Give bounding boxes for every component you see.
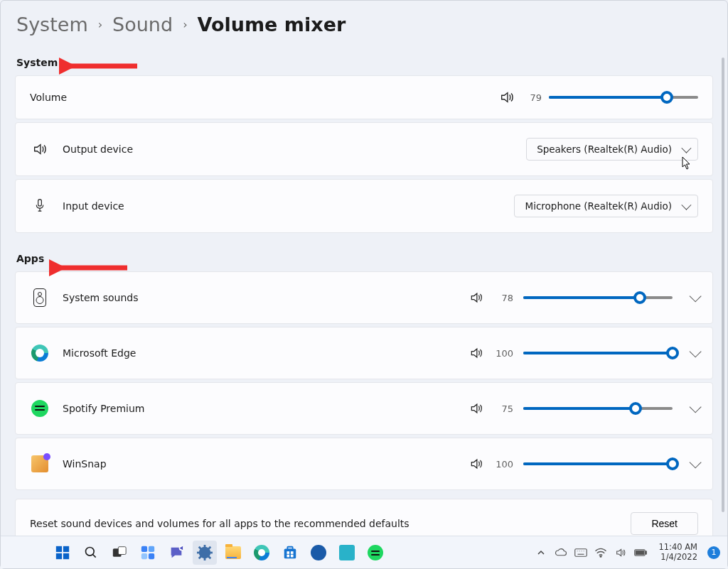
taskbar-explorer[interactable] [221,541,245,565]
app-volume-slider[interactable] [523,296,673,299]
taskbar-edge[interactable] [250,541,274,565]
winsnap-icon [31,455,48,472]
chevron-down-icon[interactable] [690,345,702,357]
volume-label: Volume [30,92,67,103]
system-tray: 11:40 AM 1/4/2022 1 [535,543,720,561]
svg-rect-37 [636,551,644,555]
svg-rect-14 [149,553,154,558]
taskbar-clock[interactable]: 11:40 AM 1/4/2022 [658,543,697,561]
input-device-row: Input device Microphone (Realtek(R) Audi… [15,179,713,233]
taskbar-taskview[interactable] [107,541,132,565]
chevron-right-icon: › [183,18,187,31]
app-volume-value: 100 [493,459,513,470]
chevron-down-icon[interactable] [690,290,702,302]
svg-rect-26 [287,554,289,557]
spotify-icon [368,545,383,560]
volume-icon [499,90,515,105]
scrollbar[interactable] [722,58,724,512]
store-icon [282,545,298,560]
notification-badge[interactable]: 1 [707,546,720,559]
svg-rect-24 [287,551,289,554]
speaker-icon [32,141,48,157]
systemsounds-icon [33,288,46,307]
breadcrumb-system[interactable]: System [16,13,88,36]
taskbar-chat[interactable] [164,541,188,565]
taskbar-search[interactable] [79,541,103,565]
chevron-down-icon[interactable] [690,456,702,468]
section-title-apps: Apps [16,253,44,264]
system-volume-slider[interactable] [549,96,698,99]
output-device-selected: Speakers (Realtek(R) Audio) [537,143,672,155]
microphone-icon [33,198,47,214]
taskbar-store[interactable] [278,541,302,565]
taskbar-app-generic-1[interactable] [306,541,331,565]
svg-rect-25 [291,551,294,554]
app-volume-value: 75 [493,403,513,414]
taskbar-spotify[interactable] [363,541,387,565]
volume-icon [469,291,483,305]
reset-button[interactable]: Reset [631,512,698,535]
output-device-label: Output device [63,143,133,155]
chevron-down-icon[interactable] [690,401,702,413]
app-volume-row: System sounds 78 [15,271,713,324]
app-name: System sounds [63,292,138,303]
tray-overflow[interactable] [535,546,547,559]
volume-value: 79 [522,92,542,103]
input-device-dropdown[interactable]: Microphone (Realtek(R) Audio) [514,195,698,217]
system-volume-row: Volume 79 [15,75,713,119]
app-volume-slider[interactable] [523,462,673,465]
app-volume-slider[interactable] [523,407,673,410]
output-device-dropdown[interactable]: Speakers (Realtek(R) Audio) [526,138,698,161]
taskbar-app-generic-2[interactable] [335,541,359,565]
chevron-right-icon: › [98,18,102,31]
svg-rect-27 [291,554,294,557]
app-name: WinSnap [63,458,107,470]
search-icon [84,546,98,560]
reset-description: Reset sound devices and volumes for all … [30,518,410,529]
svg-rect-5 [56,553,62,558]
section-title-system: System [16,57,58,68]
svg-rect-1 [38,200,42,206]
spotify-icon [31,400,48,417]
clock-date: 1/4/2022 [658,553,697,562]
input-device-label: Input device [63,200,124,212]
breadcrumb-sound[interactable]: Sound [112,13,173,36]
keyboard-icon[interactable] [574,546,587,559]
reset-defaults-row: Reset sound devices and volumes for all … [15,499,713,536]
app-volume-row: WinSnap 100 [15,438,713,490]
svg-rect-3 [56,546,62,551]
volume-icon [469,401,483,416]
folder-icon [225,546,241,559]
taskbar-widgets[interactable] [136,541,160,565]
svg-rect-13 [141,553,147,558]
start-button[interactable] [50,541,75,565]
svg-rect-4 [63,546,69,551]
svg-rect-36 [646,551,646,553]
tray-volume-icon[interactable] [614,546,627,559]
chat-icon [168,545,184,560]
svg-line-8 [93,554,96,557]
wifi-icon[interactable] [594,546,607,559]
app-volume-row: Spotify Premium 75 [15,382,713,435]
annotation-arrow-icon [59,56,144,76]
breadcrumb: System › Sound › Volume mixer [15,13,713,36]
chevron-down-icon [681,200,691,210]
app-volume-slider[interactable] [523,352,673,354]
widgets-icon [140,545,156,560]
taskbar-settings[interactable] [193,541,217,565]
onedrive-icon[interactable] [555,546,567,559]
app-name: Microsoft Edge [63,347,136,359]
clock-time: 11:40 AM [658,543,697,552]
volume-icon [469,346,483,360]
app-volume-row: Microsoft Edge 100 [15,327,713,379]
edge-icon [31,345,48,362]
app-volume-value: 100 [493,348,513,359]
app-icon [339,545,355,560]
svg-rect-23 [287,546,292,549]
svg-rect-6 [63,553,69,558]
svg-rect-11 [141,546,147,551]
output-device-row: Output device Speakers (Realtek(R) Audio… [15,122,713,176]
battery-icon[interactable] [634,546,647,559]
app-volume-value: 78 [493,293,513,303]
svg-rect-12 [149,546,154,551]
